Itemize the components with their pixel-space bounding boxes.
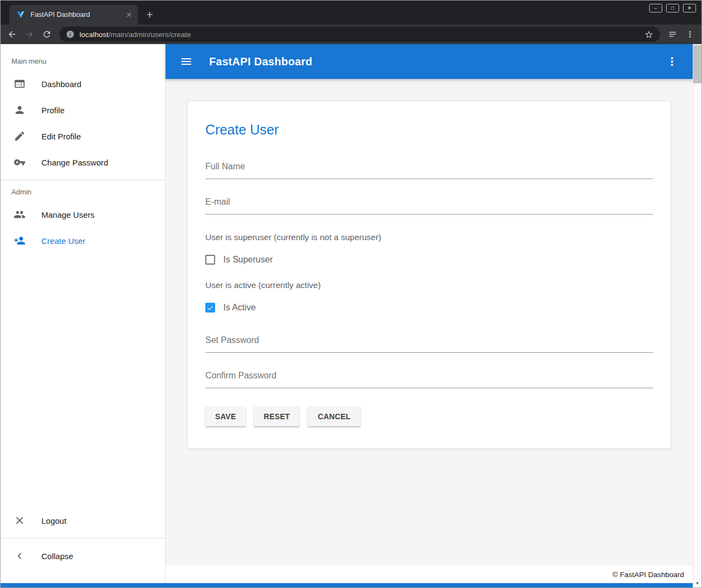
close-button[interactable]: ✕: [683, 4, 696, 13]
new-tab-button[interactable]: +: [142, 7, 157, 22]
confirm-password-field: [205, 371, 653, 388]
app-title: FastAPI Dashboard: [209, 56, 313, 68]
full-name-field: [205, 162, 653, 179]
page-info-icon[interactable]: [66, 30, 75, 39]
copyright-text: © FastAPI Dashboard: [612, 571, 684, 579]
url-host: localhost: [80, 30, 108, 39]
sidebar-item-logout[interactable]: Logout: [1, 507, 165, 534]
app-bar: FastAPI Dashboard: [166, 44, 693, 79]
email-field: [205, 197, 653, 215]
reset-button[interactable]: RESET: [254, 406, 300, 426]
url-path: /main/admin/users/create: [108, 30, 191, 39]
set-password-field: [205, 335, 653, 353]
app-overflow-menu-icon[interactable]: [664, 54, 680, 69]
form-buttons: SAVE RESET CANCEL: [205, 406, 653, 426]
sidebar-section-admin: Admin: [1, 188, 165, 196]
tab-close-icon[interactable]: [124, 10, 133, 20]
browser-window: FastAPI Dashboard + – □ ✕ localhost/main…: [0, 0, 702, 588]
save-button[interactable]: SAVE: [205, 406, 246, 426]
person-icon: [14, 104, 26, 116]
browser-menu-icon[interactable]: [682, 26, 698, 42]
superuser-checkbox-row[interactable]: Is Superuser: [205, 255, 653, 265]
main-area: FastAPI Dashboard Create User: [166, 44, 693, 583]
sidebar-item-profile[interactable]: Profile: [1, 97, 165, 123]
page-footer: © FastAPI Dashboard: [166, 566, 693, 583]
sidebar-item-label: Profile: [41, 106, 65, 115]
close-x-icon: [14, 514, 26, 526]
confirm-password-input[interactable]: [205, 371, 653, 388]
sidebar-item-label: Collapse: [41, 552, 73, 561]
bookmark-star-icon[interactable]: [644, 30, 654, 39]
superuser-checkbox[interactable]: [205, 255, 215, 265]
active-checkbox[interactable]: [205, 303, 215, 313]
sidebar-divider: [1, 180, 165, 180]
sidebar: Main menu Dashboard Profile Edit Profile…: [1, 44, 166, 583]
browser-titlebar: FastAPI Dashboard + – □ ✕: [1, 1, 701, 24]
active-checkbox-label: Is Active: [223, 303, 256, 313]
reload-icon[interactable]: [39, 26, 55, 42]
scrollbar-down-arrow-icon[interactable]: ▼: [693, 579, 701, 587]
scrollbar-thumb[interactable]: [693, 45, 701, 83]
page-scrollbar[interactable]: ▼: [693, 44, 701, 587]
tab-title: FastAPI Dashboard: [30, 11, 119, 19]
sidebar-item-label: Create User: [41, 236, 86, 246]
content-area: Create User User is superuser (currently…: [166, 79, 693, 566]
sidebar-item-label: Edit Profile: [41, 132, 81, 141]
active-checkbox-row[interactable]: Is Active: [205, 303, 653, 313]
address-bar[interactable]: localhost/main/admin/users/create: [59, 27, 660, 42]
superuser-help-text: User is superuser (currently is not a su…: [205, 232, 653, 242]
footer-accent-bar: [1, 583, 693, 587]
people-icon: [14, 209, 26, 220]
sidebar-spacer: [1, 254, 165, 507]
cancel-button[interactable]: CANCEL: [308, 406, 360, 426]
sidebar-item-create-user[interactable]: Create User: [1, 228, 165, 254]
active-help-text: User is active (currently active): [205, 280, 653, 290]
forward-icon[interactable]: [21, 26, 38, 42]
vuetify-favicon-icon: [16, 10, 25, 19]
page-title: Create User: [205, 122, 653, 138]
superuser-checkbox-label: Is Superuser: [223, 255, 273, 265]
edit-icon: [14, 130, 26, 142]
sidebar-section-main-menu: Main menu: [1, 57, 165, 65]
browser-tab[interactable]: FastAPI Dashboard: [9, 5, 138, 24]
dashboard-icon: [14, 78, 26, 90]
sidebar-divider: [1, 538, 165, 538]
full-name-input[interactable]: [205, 162, 653, 179]
url-text: localhost/main/admin/users/create: [80, 30, 639, 39]
check-icon: [206, 304, 214, 312]
maximize-button[interactable]: □: [666, 4, 679, 13]
sidebar-item-edit-profile[interactable]: Edit Profile: [1, 123, 165, 149]
sidebar-item-label: Dashboard: [41, 79, 81, 89]
window-controls: – □ ✕: [649, 4, 696, 13]
sidebar-item-change-password[interactable]: Change Password: [1, 149, 165, 175]
sidebar-item-label: Logout: [41, 516, 66, 525]
minimize-button[interactable]: –: [649, 4, 662, 13]
sidebar-item-collapse[interactable]: Collapse: [1, 543, 165, 569]
sidebar-item-label: Change Password: [41, 158, 108, 167]
hamburger-menu-icon[interactable]: [179, 54, 194, 69]
email-input[interactable]: [205, 197, 653, 215]
set-password-input[interactable]: [205, 335, 653, 353]
extension-icon[interactable]: [664, 26, 681, 42]
chevron-left-icon: [14, 550, 26, 562]
back-icon[interactable]: [4, 26, 20, 42]
key-icon: [14, 156, 26, 168]
create-user-card: Create User User is superuser (currently…: [187, 101, 671, 449]
person-add-icon: [14, 235, 26, 247]
sidebar-item-manage-users[interactable]: Manage Users: [1, 201, 165, 228]
sidebar-item-dashboard[interactable]: Dashboard: [1, 71, 165, 97]
sidebar-item-label: Manage Users: [41, 210, 95, 219]
web-page: Main menu Dashboard Profile Edit Profile…: [1, 44, 701, 587]
browser-toolbar: localhost/main/admin/users/create: [1, 24, 701, 44]
